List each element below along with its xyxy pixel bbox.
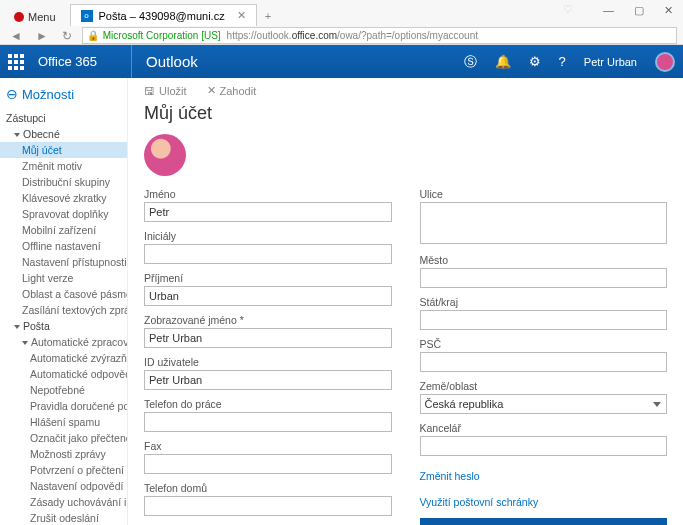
avatar-icon[interactable] [655,52,675,72]
maximize-button[interactable]: ▢ [628,2,650,19]
window-controls: — ▢ ✕ [597,2,679,19]
back-icon[interactable]: ⊖ [6,86,18,102]
input-telprace[interactable] [144,412,392,432]
sidebar-item[interactable]: Nepotřebné [0,382,127,398]
label-kancelar: Kancelář [420,422,668,434]
browser-chrome: — ▢ ✕ ♡ Menu o Pošta – 439098@muni.cz ✕ … [0,0,683,45]
label-ulice: Ulice [420,188,668,200]
cert-label: Microsoft Corporation [US] [103,30,221,41]
input-mesto[interactable] [420,268,668,288]
minimize-button[interactable]: — [597,2,620,19]
favorite-icon[interactable]: ♡ [563,3,573,16]
sidebar-item[interactable]: Zástupci [0,110,127,126]
nav-fwd-icon[interactable]: ► [32,29,52,43]
label-jmeno: Jméno [144,188,392,200]
sidebar-item[interactable]: Zasílání textových zpráv [0,302,127,318]
label-zobraz: Zobrazované jméno * [144,314,392,326]
label-psc: PSČ [420,338,668,350]
sidebar-item[interactable]: Zrušit odeslání [0,510,127,525]
save-button[interactable]: 🖫Uložit [144,84,187,97]
sidebar-item[interactable]: Změnit motiv [0,158,127,174]
label-inicialy: Iniciály [144,230,392,242]
sidebar-item[interactable]: Hlášení spamu [0,414,127,430]
sidebar-item[interactable]: Potvrzení o přečtení [0,462,127,478]
settings-gear-icon[interactable]: ⚙ [529,54,541,69]
sidebar-item[interactable]: Automatické zvýrazňov [0,350,127,366]
input-jmeno[interactable] [144,202,392,222]
sidebar-item[interactable]: Light verze [0,270,127,286]
options-header[interactable]: ⊖Možnosti [0,84,127,110]
label-mesto: Město [420,254,668,266]
label-zeme: Země/oblast [420,380,668,392]
input-statkraj[interactable] [420,310,668,330]
opera-menu-button[interactable]: Menu [6,8,64,26]
brand-office365[interactable]: Office 365 [38,54,97,69]
main-content: 🖫Uložit ✕Zahodit Můj účet Jméno Iniciály… [128,78,683,525]
skype-icon[interactable]: Ⓢ [464,53,477,71]
sidebar-item[interactable]: Oblast a časové pásmo [0,286,127,302]
label-teldomu: Telefon domů [144,482,392,494]
nav-reload-icon[interactable]: ↻ [58,29,76,43]
label-fax: Fax [144,440,392,452]
input-teldomu[interactable] [144,496,392,516]
tab-title: Pošta – 439098@muni.cz [99,10,225,22]
sidebar-item[interactable]: Distribuční skupiny [0,174,127,190]
url-text: https://outlook.office.com/owa/?path=/op… [227,30,478,41]
link-mailbox-usage[interactable]: Využití poštovní schránky [420,496,668,508]
tab-favicon-icon: o [81,10,93,22]
discard-button[interactable]: ✕Zahodit [207,84,257,97]
tab-close-icon[interactable]: ✕ [237,9,246,22]
input-id[interactable] [144,370,392,390]
sidebar-item[interactable]: Nastavení odpovědí [0,478,127,494]
input-fax[interactable] [144,454,392,474]
input-zobraz[interactable] [144,328,392,348]
usage-bar [420,518,668,525]
current-user[interactable]: Petr Urban [584,56,637,68]
profile-avatar[interactable] [144,134,186,176]
input-kancelar[interactable] [420,436,668,456]
brand-outlook[interactable]: Outlook [146,53,198,70]
options-sidebar: ⊖Možnosti ZástupciObecnéMůj účetZměnit m… [0,78,128,525]
sidebar-item[interactable]: Nastavení přístupnosti [0,254,127,270]
sidebar-item[interactable]: Offline nastavení [0,238,127,254]
page-title: Můj účet [144,103,667,124]
sidebar-item[interactable]: Spravovat doplňky [0,206,127,222]
notifications-icon[interactable]: 🔔 [495,54,511,69]
address-bar[interactable]: 🔒 Microsoft Corporation [US] https://out… [82,27,677,44]
label-prijmeni: Příjmení [144,272,392,284]
label-statkraj: Stát/kraj [420,296,668,308]
save-icon: 🖫 [144,85,155,97]
sidebar-item[interactable]: Možnosti zprávy [0,446,127,462]
sidebar-item[interactable]: Pravidla doručené pošt [0,398,127,414]
sidebar-item[interactable]: Zásady uchovávání infi [0,494,127,510]
link-change-password[interactable]: Změnit heslo [420,470,668,482]
discard-icon: ✕ [207,84,216,97]
sidebar-item[interactable]: Automatické odpovědi [0,366,127,382]
browser-tab[interactable]: o Pošta – 439098@muni.cz ✕ [70,4,257,26]
sidebar-item[interactable]: Klávesové zkratky [0,190,127,206]
sidebar-item[interactable]: Můj účet [0,142,127,158]
help-icon[interactable]: ? [559,54,566,69]
input-prijmeni[interactable] [144,286,392,306]
sidebar-item[interactable]: Automatické zpracování [0,334,127,350]
input-inicialy[interactable] [144,244,392,264]
sidebar-item[interactable]: Obecné [0,126,127,142]
sidebar-item[interactable]: Pošta [0,318,127,334]
suite-header: Office 365 Outlook Ⓢ 🔔 ⚙ ? Petr Urban [0,45,683,78]
input-ulice[interactable] [420,202,668,244]
sidebar-item[interactable]: Označit jako přečtenou [0,430,127,446]
new-tab-button[interactable]: + [257,6,279,26]
close-button[interactable]: ✕ [658,2,679,19]
label-telprace: Telefon do práce [144,398,392,410]
label-id: ID uživatele [144,356,392,368]
input-psc[interactable] [420,352,668,372]
select-zeme[interactable]: Česká republika [420,394,668,414]
nav-back-icon[interactable]: ◄ [6,29,26,43]
sidebar-item[interactable]: Mobilní zařízení [0,222,127,238]
lock-icon: 🔒 [87,30,99,41]
app-launcher-icon[interactable] [8,54,24,70]
